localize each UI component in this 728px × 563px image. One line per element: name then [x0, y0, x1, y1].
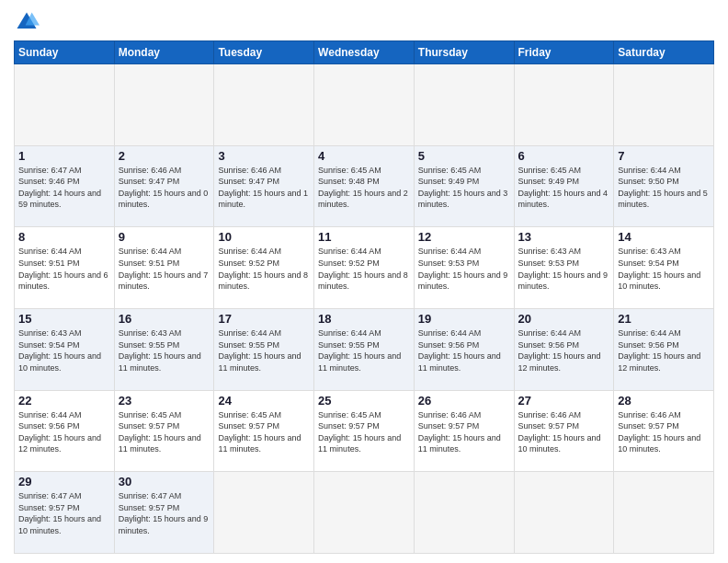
- calendar-table: SundayMondayTuesdayWednesdayThursdayFrid…: [14, 40, 714, 554]
- calendar-cell: 10Sunrise: 6:44 AMSunset: 9:52 PMDayligh…: [214, 227, 314, 309]
- day-number: 2: [119, 149, 210, 163]
- day-info: Sunrise: 6:43 AMSunset: 9:53 PMDaylight:…: [518, 246, 610, 292]
- calendar-cell: [514, 64, 614, 146]
- calendar-cell: [514, 472, 614, 554]
- day-info: Sunrise: 6:44 AMSunset: 9:51 PMDaylight:…: [119, 246, 210, 292]
- calendar-cell: 1Sunrise: 6:47 AMSunset: 9:46 PMDaylight…: [15, 145, 115, 227]
- day-info: Sunrise: 6:44 AMSunset: 9:55 PMDaylight:…: [318, 327, 410, 373]
- calendar-cell: [314, 64, 415, 146]
- calendar-header-row: SundayMondayTuesdayWednesdayThursdayFrid…: [15, 41, 714, 64]
- day-number: 8: [18, 230, 110, 244]
- calendar-cell: 25Sunrise: 6:45 AMSunset: 9:57 PMDayligh…: [314, 390, 415, 472]
- calendar-cell: [214, 64, 314, 146]
- calendar-cell: 15Sunrise: 6:43 AMSunset: 9:54 PMDayligh…: [15, 308, 115, 390]
- calendar-cell: 12Sunrise: 6:44 AMSunset: 9:53 PMDayligh…: [414, 227, 514, 309]
- weekday-header-sunday: Sunday: [15, 41, 115, 64]
- weekday-header-friday: Friday: [514, 41, 614, 64]
- calendar-week-row: 29Sunrise: 6:47 AMSunset: 9:57 PMDayligh…: [15, 472, 714, 554]
- calendar-cell: 28Sunrise: 6:46 AMSunset: 9:57 PMDayligh…: [614, 390, 714, 472]
- day-number: 1: [18, 149, 110, 163]
- calendar-cell: 27Sunrise: 6:46 AMSunset: 9:57 PMDayligh…: [514, 390, 614, 472]
- header: [14, 9, 714, 35]
- calendar-cell: [15, 64, 115, 146]
- day-number: 19: [418, 312, 510, 326]
- day-number: 3: [218, 149, 310, 163]
- day-number: 21: [618, 312, 710, 326]
- calendar-cell: [614, 64, 714, 146]
- day-number: 9: [119, 230, 210, 244]
- day-number: 22: [18, 394, 110, 408]
- calendar-cell: [414, 472, 514, 554]
- day-number: 18: [318, 312, 410, 326]
- day-info: Sunrise: 6:44 AMSunset: 9:56 PMDaylight:…: [618, 327, 710, 373]
- day-info: Sunrise: 6:46 AMSunset: 9:57 PMDaylight:…: [418, 409, 510, 455]
- calendar-cell: 14Sunrise: 6:43 AMSunset: 9:54 PMDayligh…: [614, 227, 714, 309]
- day-info: Sunrise: 6:44 AMSunset: 9:53 PMDaylight:…: [418, 246, 510, 292]
- day-number: 29: [18, 475, 110, 488]
- day-info: Sunrise: 6:45 AMSunset: 9:49 PMDaylight:…: [518, 165, 610, 211]
- day-info: Sunrise: 6:46 AMSunset: 9:57 PMDaylight:…: [618, 409, 710, 455]
- calendar-cell: 30Sunrise: 6:47 AMSunset: 9:57 PMDayligh…: [114, 472, 214, 554]
- weekday-header-tuesday: Tuesday: [214, 41, 314, 64]
- day-info: Sunrise: 6:44 AMSunset: 9:52 PMDaylight:…: [318, 246, 410, 292]
- calendar-cell: [414, 64, 514, 146]
- day-info: Sunrise: 6:47 AMSunset: 9:57 PMDaylight:…: [18, 490, 110, 536]
- day-info: Sunrise: 6:44 AMSunset: 9:55 PMDaylight:…: [218, 327, 310, 373]
- calendar-cell: 22Sunrise: 6:44 AMSunset: 9:56 PMDayligh…: [15, 390, 115, 472]
- calendar-cell: 23Sunrise: 6:45 AMSunset: 9:57 PMDayligh…: [114, 390, 214, 472]
- calendar-cell: 13Sunrise: 6:43 AMSunset: 9:53 PMDayligh…: [514, 227, 614, 309]
- calendar-cell: 4Sunrise: 6:45 AMSunset: 9:48 PMDaylight…: [314, 145, 415, 227]
- day-info: Sunrise: 6:46 AMSunset: 9:47 PMDaylight:…: [218, 165, 310, 211]
- day-info: Sunrise: 6:46 AMSunset: 9:57 PMDaylight:…: [518, 409, 610, 455]
- day-number: 28: [618, 394, 710, 408]
- day-number: 15: [18, 312, 110, 326]
- calendar-cell: [114, 64, 214, 146]
- day-number: 13: [518, 230, 610, 244]
- day-info: Sunrise: 6:47 AMSunset: 9:57 PMDaylight:…: [119, 490, 210, 536]
- day-number: 4: [318, 149, 410, 163]
- logo: [14, 9, 43, 35]
- day-number: 17: [218, 312, 310, 326]
- calendar-cell: [314, 472, 415, 554]
- calendar-cell: 26Sunrise: 6:46 AMSunset: 9:57 PMDayligh…: [414, 390, 514, 472]
- day-number: 10: [218, 230, 310, 244]
- calendar-week-row: 8Sunrise: 6:44 AMSunset: 9:51 PMDaylight…: [15, 227, 714, 309]
- calendar-cell: 11Sunrise: 6:44 AMSunset: 9:52 PMDayligh…: [314, 227, 415, 309]
- calendar-week-row: 22Sunrise: 6:44 AMSunset: 9:56 PMDayligh…: [15, 390, 714, 472]
- calendar-cell: 5Sunrise: 6:45 AMSunset: 9:49 PMDaylight…: [414, 145, 514, 227]
- day-info: Sunrise: 6:43 AMSunset: 9:55 PMDaylight:…: [119, 327, 210, 373]
- calendar-cell: 20Sunrise: 6:44 AMSunset: 9:56 PMDayligh…: [514, 308, 614, 390]
- day-info: Sunrise: 6:45 AMSunset: 9:57 PMDaylight:…: [119, 409, 210, 455]
- day-number: 11: [318, 230, 410, 244]
- calendar-cell: [614, 472, 714, 554]
- day-info: Sunrise: 6:45 AMSunset: 9:49 PMDaylight:…: [418, 165, 510, 211]
- calendar-cell: 21Sunrise: 6:44 AMSunset: 9:56 PMDayligh…: [614, 308, 714, 390]
- day-number: 26: [418, 394, 510, 408]
- day-number: 7: [618, 149, 710, 163]
- day-number: 6: [518, 149, 610, 163]
- day-info: Sunrise: 6:43 AMSunset: 9:54 PMDaylight:…: [18, 327, 110, 373]
- calendar-cell: 29Sunrise: 6:47 AMSunset: 9:57 PMDayligh…: [15, 472, 115, 554]
- calendar-week-row: 1Sunrise: 6:47 AMSunset: 9:46 PMDaylight…: [15, 145, 714, 227]
- calendar-cell: 7Sunrise: 6:44 AMSunset: 9:50 PMDaylight…: [614, 145, 714, 227]
- calendar-week-row: [15, 64, 714, 146]
- day-info: Sunrise: 6:44 AMSunset: 9:56 PMDaylight:…: [418, 327, 510, 373]
- day-info: Sunrise: 6:47 AMSunset: 9:46 PMDaylight:…: [18, 165, 110, 211]
- page: SundayMondayTuesdayWednesdayThursdayFrid…: [0, 0, 728, 563]
- calendar-cell: 8Sunrise: 6:44 AMSunset: 9:51 PMDaylight…: [15, 227, 115, 309]
- calendar-week-row: 15Sunrise: 6:43 AMSunset: 9:54 PMDayligh…: [15, 308, 714, 390]
- day-number: 20: [518, 312, 610, 326]
- day-info: Sunrise: 6:44 AMSunset: 9:51 PMDaylight:…: [18, 246, 110, 292]
- day-info: Sunrise: 6:44 AMSunset: 9:52 PMDaylight:…: [218, 246, 310, 292]
- calendar-cell: 24Sunrise: 6:45 AMSunset: 9:57 PMDayligh…: [214, 390, 314, 472]
- day-number: 24: [218, 394, 310, 408]
- weekday-header-wednesday: Wednesday: [314, 41, 415, 64]
- calendar-cell: 9Sunrise: 6:44 AMSunset: 9:51 PMDaylight…: [114, 227, 214, 309]
- day-number: 5: [418, 149, 510, 163]
- calendar-cell: 2Sunrise: 6:46 AMSunset: 9:47 PMDaylight…: [114, 145, 214, 227]
- day-number: 14: [618, 230, 710, 244]
- day-info: Sunrise: 6:44 AMSunset: 9:56 PMDaylight:…: [518, 327, 610, 373]
- day-number: 30: [119, 475, 210, 488]
- calendar-cell: 3Sunrise: 6:46 AMSunset: 9:47 PMDaylight…: [214, 145, 314, 227]
- day-number: 23: [119, 394, 210, 408]
